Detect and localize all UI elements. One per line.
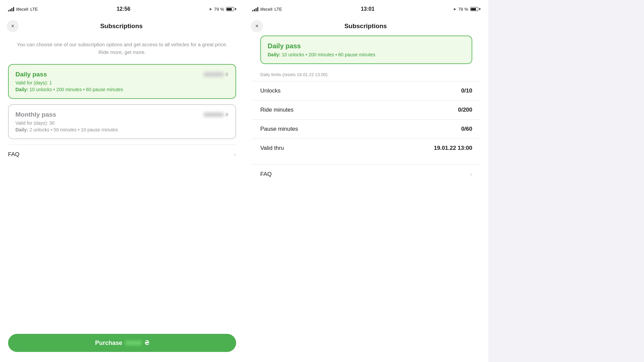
right-faq-chevron-icon: › (470, 171, 472, 178)
monthly-daily-label: Daily: (15, 127, 28, 132)
left-faq-chevron-icon: › (234, 151, 236, 158)
monthly-validity-value: 30 (49, 120, 55, 126)
stat-value-unlocks: 0/10 (461, 87, 472, 94)
purchase-btn-container: Purchase ₴ (0, 328, 244, 362)
right-network: LTE (274, 7, 282, 12)
active-card-subtitle: Daily: 10 unlocks • 200 minutes • 60 pau… (268, 52, 465, 57)
left-page-title: Subscriptions (19, 22, 224, 30)
left-content: You can choose one of our subscription o… (0, 36, 244, 328)
daily-pass-card[interactable]: Daily pass ₴ Valid for (days): 1 Daily: … (8, 64, 236, 99)
active-card-subtitle-value: 10 unlocks • 200 minutes • 60 pause minu… (282, 52, 375, 57)
daily-daily-value: 10 unlocks • 200 minutes • 60 pause minu… (30, 87, 123, 92)
left-battery-percent: 79 % (214, 7, 224, 12)
left-faq-row[interactable]: FAQ › (8, 144, 236, 164)
right-close-icon: × (255, 23, 258, 29)
stat-label-unlocks: Unlocks (260, 87, 280, 94)
purchase-label: Purchase (95, 340, 122, 347)
daily-currency: ₴ (225, 72, 229, 77)
active-subscription-card: Daily pass Daily: 10 unlocks • 200 minut… (260, 36, 472, 64)
stat-row-valid-thru: Valid thru 19.01.22 13:00 (252, 138, 480, 158)
daily-price-blur (204, 72, 224, 77)
daily-card-header: Daily pass ₴ (15, 71, 229, 78)
stat-label-ride-minutes: Ride minutes (260, 107, 293, 113)
monthly-details: Daily: 2 unlocks • 50 minutes • 10 pause… (15, 127, 229, 132)
right-header: × Subscriptions (244, 17, 488, 36)
stat-row-ride-minutes: Ride minutes 0/200 (252, 100, 480, 119)
right-faq-label: FAQ (260, 171, 272, 178)
monthly-card-header: Monthly pass ₴ (15, 111, 229, 118)
right-faq-row[interactable]: FAQ › (252, 164, 480, 184)
daily-card-title: Daily pass (15, 71, 47, 78)
left-signal-icon (8, 7, 14, 11)
monthly-card-price: ₴ (204, 112, 229, 117)
right-content: Daily pass Daily: 10 unlocks • 200 minut… (244, 36, 488, 362)
monthly-validity: Valid for (days): 30 (15, 120, 229, 126)
daily-card-price: ₴ (204, 72, 229, 77)
right-panel: lifecell LTE 13:01 ➤ 78 % × Subscription… (244, 0, 488, 362)
stat-label-pause-minutes: Pause minutes (260, 126, 298, 132)
right-battery-percent: 78 % (458, 7, 468, 12)
right-status-bar: lifecell LTE 13:01 ➤ 78 % (244, 0, 488, 17)
purchase-currency: ₴ (145, 339, 149, 347)
active-card-title: Daily pass (268, 42, 465, 50)
left-status-right: ➤ 79 % (209, 7, 236, 12)
monthly-validity-label: Valid for (days): (15, 120, 48, 126)
stat-value-pause-minutes: 0/60 (461, 126, 472, 132)
stat-value-ride-minutes: 0/200 (458, 107, 472, 113)
right-time: 13:01 (361, 6, 375, 12)
left-header: × Subscriptions (0, 17, 244, 36)
monthly-card-title: Monthly pass (15, 111, 56, 118)
left-carrier: lifecell (16, 7, 28, 12)
daily-details: Daily: 10 unlocks • 200 minutes • 60 pau… (15, 87, 229, 92)
left-subtitle: You can choose one of our subscription o… (8, 36, 236, 64)
stat-value-valid-thru: 19.01.22 13:00 (434, 145, 472, 152)
right-page-title: Subscriptions (263, 22, 468, 30)
left-location-icon: ➤ (209, 7, 212, 11)
right-status-left: lifecell LTE (252, 7, 282, 12)
left-network: LTE (30, 7, 38, 12)
right-location-icon: ➤ (453, 7, 456, 11)
purchase-price-blur (125, 341, 142, 345)
limits-label: Daily limits (resets 19.01.22 13:00): (252, 72, 480, 77)
monthly-daily-value: 2 unlocks • 50 minutes • 10 pause minute… (30, 127, 118, 132)
left-time: 12:56 (117, 6, 130, 12)
left-status-left: lifecell LTE (8, 7, 38, 12)
right-carrier: lifecell (260, 7, 272, 12)
daily-validity: Valid for (days): 1 (15, 80, 229, 85)
right-signal-icon (252, 7, 258, 11)
daily-validity-label: Valid for (days): (15, 80, 48, 85)
left-battery-icon (226, 7, 236, 11)
stat-row-pause-minutes: Pause minutes 0/60 (252, 119, 480, 138)
left-faq-label: FAQ (8, 151, 19, 158)
right-battery-icon (470, 7, 480, 11)
active-card-subtitle-label: Daily: (268, 52, 280, 57)
left-close-icon: × (11, 23, 14, 29)
daily-daily-label: Daily: (15, 87, 28, 92)
monthly-price-blur (204, 112, 224, 117)
right-status-right: ➤ 78 % (453, 7, 480, 12)
purchase-button[interactable]: Purchase ₴ (8, 334, 236, 352)
daily-validity-value: 1 (49, 80, 52, 85)
stat-row-unlocks: Unlocks 0/10 (252, 81, 480, 100)
left-status-bar: lifecell LTE 12:56 ➤ 79 % (0, 0, 244, 17)
right-close-button[interactable]: × (251, 20, 263, 32)
monthly-currency: ₴ (225, 112, 229, 117)
left-panel: lifecell LTE 12:56 ➤ 79 % × Subscription… (0, 0, 244, 362)
monthly-pass-card[interactable]: Monthly pass ₴ Valid for (days): 30 Dail… (8, 104, 236, 139)
left-close-button[interactable]: × (7, 20, 19, 32)
stat-label-valid-thru: Valid thru (260, 145, 284, 152)
